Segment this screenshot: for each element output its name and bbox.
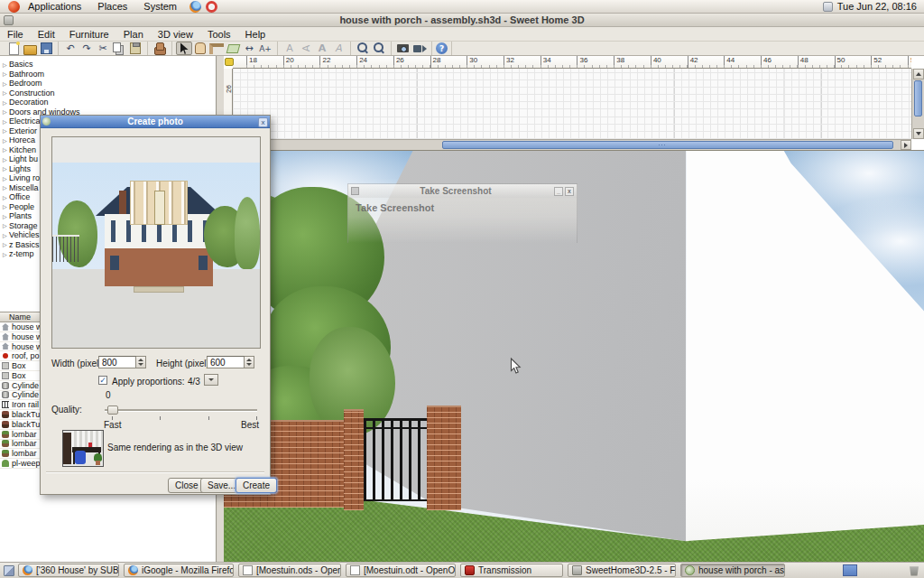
text-style-icon-1[interactable]: A — [282, 42, 298, 55]
dialog-titlebar[interactable]: Create photo x — [41, 116, 270, 128]
text-style-icon-4[interactable]: A — [330, 42, 346, 55]
expander-icon[interactable]: ▷ — [3, 99, 9, 106]
paste-icon[interactable] — [127, 42, 143, 55]
height-input[interactable]: 600 — [207, 356, 245, 368]
taskbar-button[interactable]: [Moestuin.odt - OpenO... — [346, 564, 456, 577]
pan-tool-icon[interactable] — [192, 42, 208, 55]
expander-icon[interactable]: ▷ — [3, 89, 9, 96]
add-text-icon[interactable]: A+ — [257, 42, 273, 55]
expander-icon[interactable]: ▷ — [3, 165, 9, 172]
catalog-category[interactable]: ▷Decoration — [0, 98, 216, 107]
quality-slider[interactable] — [105, 409, 257, 412]
plan-vertical-scrollbar[interactable] — [911, 69, 924, 139]
menu-help[interactable]: Help — [238, 27, 273, 41]
quality-slider-thumb[interactable] — [107, 406, 118, 415]
furniture-name: pl-weep — [12, 459, 41, 468]
menu-plan[interactable]: Plan — [116, 27, 151, 41]
add-furniture-icon[interactable] — [152, 42, 168, 55]
create-dimensions-icon[interactable]: ↔ — [241, 42, 257, 55]
expander-icon[interactable]: ▷ — [3, 203, 9, 210]
catalog-category[interactable]: ▷Construction — [0, 89, 216, 98]
taskbar-button[interactable]: SweetHome3D-2.5 - Fi... — [568, 564, 676, 577]
width-spinner[interactable] — [136, 356, 146, 368]
save-home-icon[interactable] — [38, 42, 54, 55]
create-photo-icon[interactable] — [395, 42, 411, 55]
taskbar-button[interactable]: house with porch - ass... — [680, 564, 785, 577]
taskbar-button[interactable]: ['360 House' by SUBA... — [18, 564, 119, 577]
firefox-launcher-icon[interactable] — [189, 1, 201, 13]
proportions-dropdown[interactable] — [204, 374, 218, 386]
expander-icon[interactable]: ▷ — [3, 61, 9, 68]
expander-icon[interactable]: ▷ — [3, 118, 9, 125]
menu-3d-view[interactable]: 3D view — [151, 27, 200, 41]
width-input[interactable]: 800 — [98, 356, 136, 368]
apply-proportions-checkbox[interactable]: ✓ — [98, 376, 107, 385]
expander-icon[interactable]: ▷ — [3, 175, 9, 182]
catalog-category[interactable]: ▷Basics — [0, 60, 216, 70]
help-icon[interactable]: ? — [436, 42, 448, 54]
expander-icon[interactable]: ▷ — [3, 232, 9, 238]
new-home-icon[interactable] — [5, 42, 22, 55]
window-titlebar[interactable]: house with porch - assembly.sh3d - Sweet… — [0, 14, 924, 27]
expander-icon[interactable]: ▷ — [3, 251, 9, 257]
select-tool-icon[interactable] — [176, 42, 192, 55]
catalog-category[interactable]: ▷Bedroom — [0, 79, 216, 89]
plan-corner-icon[interactable] — [225, 58, 234, 66]
copy-icon[interactable] — [111, 42, 127, 55]
create-rooms-icon[interactable] — [225, 42, 241, 55]
trash-icon[interactable] — [910, 565, 919, 576]
plan-view[interactable]: 18202224262830323436384042444648505254 2… — [224, 56, 924, 151]
panel-menu-places[interactable]: Places — [89, 0, 135, 13]
transmission-icon — [465, 565, 475, 575]
menu-file[interactable]: File — [0, 27, 31, 41]
zoom-out-icon[interactable] — [371, 42, 387, 55]
expander-icon[interactable]: ▷ — [3, 108, 9, 115]
catalog-category[interactable]: ▷Bathroom — [0, 70, 216, 79]
menu-edit[interactable]: Edit — [31, 27, 62, 41]
expander-icon[interactable]: ▷ — [3, 213, 9, 219]
vertical-scroll-thumb[interactable] — [914, 80, 922, 117]
tray-icon[interactable] — [823, 2, 833, 12]
zoom-in-icon[interactable] — [355, 42, 371, 55]
expander-icon[interactable]: ▷ — [3, 146, 9, 153]
scroll-up-arrow[interactable] — [913, 69, 924, 79]
expander-icon[interactable]: ▷ — [3, 127, 9, 134]
workspace-pager[interactable] — [843, 564, 857, 576]
plan-horizontal-scrollbar[interactable] — [224, 139, 911, 150]
undo-icon[interactable]: ↶ — [62, 42, 79, 55]
expander-icon[interactable]: ▷ — [3, 156, 9, 163]
expander-icon[interactable]: ▷ — [3, 241, 9, 247]
expander-icon[interactable]: ▷ — [3, 194, 9, 200]
scroll-right-arrow[interactable] — [901, 140, 911, 150]
create-button[interactable]: Create — [236, 478, 277, 493]
redo-icon[interactable]: ↷ — [79, 42, 95, 55]
expander-icon[interactable]: ▷ — [3, 222, 9, 228]
expander-icon[interactable]: ▷ — [3, 70, 9, 77]
cut-icon[interactable]: ✂ — [95, 42, 111, 55]
open-home-icon[interactable] — [22, 42, 38, 55]
expander-icon[interactable]: ▷ — [3, 80, 9, 87]
menu-furniture[interactable]: Furniture — [62, 27, 116, 41]
help-launcher-icon[interactable] — [206, 1, 217, 13]
expander-icon[interactable]: ▷ — [3, 137, 9, 144]
close-icon[interactable]: x — [258, 117, 268, 127]
plan-grid[interactable] — [233, 69, 911, 139]
horizontal-scroll-thumb[interactable] — [442, 141, 893, 149]
create-walls-icon[interactable] — [208, 42, 225, 55]
menu-tools[interactable]: Tools — [200, 27, 238, 41]
scroll-down-arrow[interactable] — [913, 128, 924, 139]
height-spinner[interactable] — [245, 356, 254, 368]
text-style-icon-2[interactable]: A — [300, 41, 313, 57]
distro-menu-icon[interactable] — [8, 1, 20, 13]
expander-icon[interactable]: ▷ — [3, 184, 9, 191]
show-desktop-icon[interactable] — [4, 565, 14, 576]
taskbar-button[interactable]: [Moestuin.ods - Open... — [238, 564, 341, 577]
3d-view[interactable]: Take Screenshot _ x Take Screenshot — [224, 151, 924, 562]
taskbar-button[interactable]: Transmission — [460, 564, 563, 577]
clock[interactable]: Tue Jun 22, 08:16 — [837, 1, 920, 12]
taskbar-button[interactable]: iGoogle - Mozilla Firefox — [124, 564, 234, 577]
panel-menu-system[interactable]: System — [135, 0, 185, 13]
text-style-icon-3[interactable]: A — [314, 42, 330, 55]
panel-menu-applications[interactable]: Applications — [20, 0, 89, 13]
create-video-icon[interactable] — [411, 42, 428, 55]
